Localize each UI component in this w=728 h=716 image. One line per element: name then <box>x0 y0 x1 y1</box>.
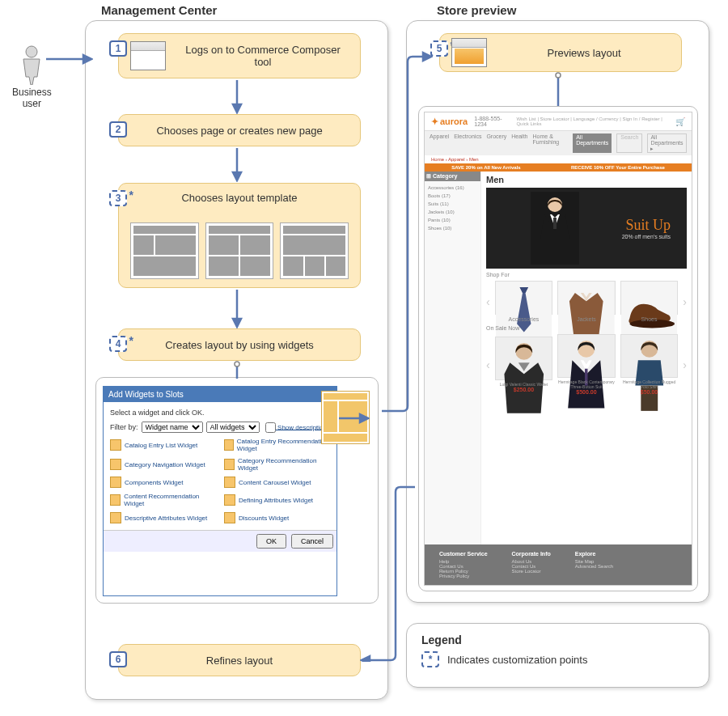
store-mock: ✦aurora 1-888-555-1234 Wish List | Store… <box>424 112 692 586</box>
widget-icon <box>224 494 235 506</box>
widget-item[interactable]: Descriptive Attributes Widget <box>110 512 216 523</box>
breadcrumb: Home › Apparel › Men <box>431 157 479 162</box>
legend-badge: * <box>421 651 439 667</box>
dialog-instruction: Select a widget and click OK. <box>110 409 330 417</box>
hero-banner: Suit Up 20% off men's suits <box>486 188 687 269</box>
widget-item[interactable]: Category Recommendation Widget <box>224 457 330 472</box>
chevron-right-icon: › <box>683 295 687 308</box>
step-4-badge: 4* <box>109 336 127 352</box>
svg-rect-5 <box>553 218 557 229</box>
nav-item: Home & Furnishing <box>533 133 569 153</box>
connector-4-subpanel <box>229 361 245 380</box>
step-1-badge: 1 <box>109 40 127 57</box>
management-center-panel: 1 Logs on to Commerce Composer tool 2 Ch… <box>85 20 388 700</box>
arrow-dialog-to-layout <box>337 410 370 426</box>
widget-item[interactable]: Discounts Widget <box>224 512 330 523</box>
widget-item[interactable]: Catalog Entry List Widget <box>110 438 216 452</box>
product-card: Accessories <box>495 281 553 322</box>
chevron-left-icon: ‹ <box>486 295 490 308</box>
category-item: Pants (10) <box>428 216 477 224</box>
product-card: Hermitage Black Contemporary Three-Butto… <box>557 334 616 395</box>
step-3-text: Chooses layout template <box>130 192 349 205</box>
show-descriptions-link[interactable]: Show descriptions <box>265 422 330 433</box>
widget-icon <box>224 477 235 488</box>
store-preview-subpanel: ✦aurora 1-888-555-1234 Wish List | Store… <box>418 106 698 591</box>
footer-col: Customer ServiceHelpContact UsReturn Pol… <box>439 551 488 578</box>
legend-text: Indicates customization points <box>447 654 587 666</box>
nav-item: All Departments <box>573 133 612 153</box>
category-item: Suits (11) <box>428 200 477 208</box>
cancel-button[interactable]: Cancel <box>291 534 333 549</box>
step-2-badge: 2 <box>109 121 127 138</box>
step-1-box: 1 Logs on to Commerce Composer tool <box>118 33 361 78</box>
promo-2: RECEIVE 10% OFF Your Entire Purchase <box>571 165 665 170</box>
svg-marker-28 <box>362 656 370 662</box>
legend-title: Legend <box>421 633 694 646</box>
footer-col: Corporate InfoAbout UsContact UsStore Lo… <box>512 551 551 578</box>
svg-marker-27 <box>423 53 431 61</box>
template-1 <box>130 222 199 279</box>
product-card: Jackets <box>557 281 616 322</box>
store-top-links: Wish List | Store Locator | Language / C… <box>516 117 669 126</box>
arrow-preview-to-6 <box>360 485 417 662</box>
store-preview-panel: 5* Previews layout ✦aurora 1-888-555-123… <box>406 20 709 603</box>
shop-for-label: Shop For <box>486 272 687 278</box>
nav-item: Electronics <box>454 133 481 153</box>
step-5-box: 5* Previews layout <box>439 33 682 72</box>
nav-item: Grocery <box>486 133 506 153</box>
ok-button[interactable]: OK <box>256 534 286 549</box>
page-title: Men <box>486 175 687 184</box>
widget-item[interactable]: Content Carousel Widget <box>224 477 330 488</box>
widget-item[interactable]: Components Widget <box>110 477 216 488</box>
category-item: Shoes (10) <box>428 224 477 232</box>
arrow-layout-to-5 <box>380 49 433 421</box>
add-widgets-dialog: Add Widgets to Slots Select a widget and… <box>103 386 337 596</box>
store-preview-icon <box>451 38 487 67</box>
arrow-3-4 <box>229 288 245 328</box>
store-footer: Customer ServiceHelpContact UsReturn Pol… <box>425 544 692 585</box>
dialog-title: Add Widgets to Slots <box>104 387 336 402</box>
step-5-text: Previews layout <box>498 47 670 59</box>
chevron-right-icon: › <box>683 358 687 371</box>
widget-item[interactable]: Category Navigation Widget <box>110 457 216 472</box>
hero-subtitle: 20% off men's suits <box>622 234 671 239</box>
commerce-composer-icon <box>130 41 166 70</box>
svg-marker-2 <box>360 414 368 422</box>
footer-col: ExploreSite MapAdvanced Search <box>575 551 613 578</box>
category-item: Boots (17) <box>428 192 477 200</box>
template-3 <box>280 222 349 279</box>
product-card: Hermitage Collection Rugged Polo Shirt$5… <box>620 334 679 395</box>
connector-5-store <box>550 72 566 108</box>
step-6-box: 6 Refines layout <box>118 644 361 676</box>
widget-icon <box>110 439 121 451</box>
widget-icon <box>224 459 235 470</box>
product-card: Luigi Valenti Classic Wallet$250.00 <box>495 337 553 392</box>
step-2-box: 2 Chooses page or creates new page <box>118 114 361 146</box>
template-2 <box>205 222 274 279</box>
cart-icon: 🛒 <box>675 117 685 126</box>
header-management-center: Management Center <box>101 3 217 17</box>
step-5-badge: 5* <box>430 40 448 57</box>
category-heading: ⊞Category <box>425 172 480 181</box>
hero-title: Suit Up <box>622 217 671 234</box>
store-phone: 1-888-555-1234 <box>474 116 510 127</box>
widget-item[interactable]: Content Recommendation Widget <box>110 493 216 507</box>
widget-item[interactable]: Catalog Entry Recommendation Widget <box>224 438 330 452</box>
svg-point-4 <box>548 197 562 212</box>
category-sidebar: ⊞Category Accessories (16)Boots (17)Suit… <box>425 172 481 544</box>
svg-marker-16 <box>83 55 91 63</box>
svg-point-0 <box>26 46 37 57</box>
widget-grid: Catalog Entry List WidgetCatalog Entry R… <box>110 438 330 523</box>
dept-dropdown: All Departments ▸ <box>647 133 687 153</box>
step-6-badge: 6 <box>109 651 127 667</box>
filter-value-select[interactable]: All widgets <box>206 422 260 433</box>
widget-item[interactable]: Defining Attributes Widget <box>224 493 330 507</box>
filter-field-select[interactable]: Widget name <box>142 422 203 433</box>
svg-point-26 <box>556 73 561 78</box>
widget-icon <box>110 512 121 523</box>
arrow-2-3 <box>229 146 245 182</box>
promo-1: SAVE 20% on All New Arrivals <box>451 165 520 170</box>
category-item: Accessories (16) <box>428 184 477 192</box>
svg-marker-20 <box>233 172 241 180</box>
store-nav: ApparelElectronicsGroceryHealthHome & Fu… <box>425 131 692 155</box>
